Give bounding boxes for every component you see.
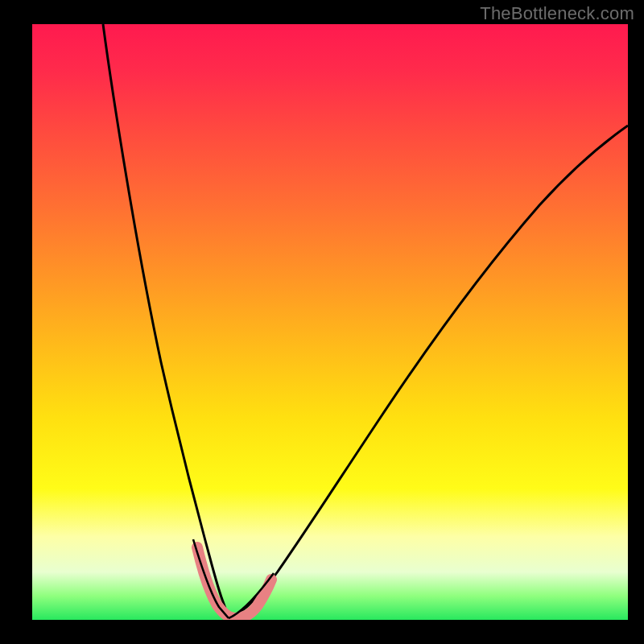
- chart-frame: TheBottleneck.com: [0, 0, 644, 644]
- plot-area: [32, 24, 628, 620]
- curve-layer: [32, 24, 628, 620]
- watermark-text: TheBottleneck.com: [480, 3, 634, 24]
- curve-left-branch: [103, 24, 229, 618]
- curve-right-branch: [229, 126, 628, 618]
